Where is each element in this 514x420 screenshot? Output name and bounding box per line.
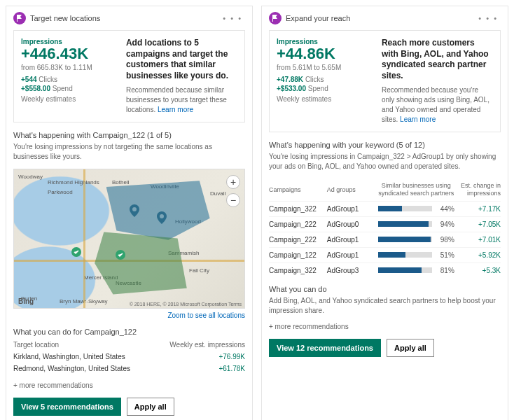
what-you-can-do-title: What you can do for Campaign_122 <box>13 328 245 336</box>
learn-more-link[interactable]: Learn more <box>400 115 436 123</box>
map-pin-icon <box>157 211 167 224</box>
spend-label: Spend <box>53 85 73 92</box>
apply-all-button[interactable]: Apply all <box>127 398 174 416</box>
keyword-row: Campaign_322AdGroup381%+5.3K <box>269 262 501 278</box>
flag-icon <box>269 12 282 24</box>
col-similar: Similar businesses using syndicated sear… <box>378 182 454 197</box>
more-recommendations[interactable]: + more recommendations <box>13 382 245 389</box>
estimates-label: Weekly estimates <box>277 95 372 103</box>
keyword-row: Campaign_122AdGroup151%+5.92K <box>269 247 501 262</box>
col-change: Est. change in impressions <box>454 182 501 197</box>
adgroup-name: AdGroup3 <box>327 267 378 274</box>
happening-title: What's happening with Campaign_122 (1 of… <box>13 131 245 139</box>
clicks-delta: +47.88K <box>277 76 303 83</box>
impr-change: +5.3K <box>454 267 501 274</box>
location-impr: +61.78K <box>218 365 245 372</box>
campaign-name: Campaign_322 <box>269 267 327 274</box>
spend-delta: +$558.00 <box>21 85 50 92</box>
map-place: Parkwood <box>48 189 73 195</box>
card-expand-reach: Expand your reach • • • Impressions +44.… <box>261 6 508 420</box>
col-adgroups: Ad groups <box>327 186 378 194</box>
col-target-location: Target location <box>13 341 59 349</box>
map-pin-icon <box>130 204 139 217</box>
adgroup-name: AdGroup1 <box>327 205 378 213</box>
clicks-label: Clicks <box>305 76 324 83</box>
campaign-name: Campaign_222 <box>269 220 327 228</box>
what-you-can-do-desc: Add Bing, AOL, and Yahoo syndicated sear… <box>269 296 501 316</box>
usage-pct: 51% <box>435 251 454 259</box>
adgroup-name: AdGroup0 <box>327 220 378 228</box>
what-you-can-do-title: What you can do <box>269 285 501 293</box>
keyword-row: Campaign_222AdGroup198%+7.01K <box>269 232 501 247</box>
summary-box: Impressions +446.43K from 665.83K to 1.1… <box>13 30 245 122</box>
impressions-range: from 665.83K to 1.11M <box>21 64 116 71</box>
more-menu[interactable]: • • • <box>475 13 501 24</box>
col-campaigns: Campaigns <box>269 186 327 194</box>
more-menu[interactable]: • • • <box>220 13 245 24</box>
map-brand: Bing <box>18 298 34 305</box>
adgroup-name: AdGroup1 <box>327 236 378 244</box>
summary-headline: Reach more customers with Bing, AOL, and… <box>382 38 493 81</box>
campaign-name: Campaign_122 <box>269 251 327 259</box>
spend-label: Spend <box>308 85 328 92</box>
usage-bar <box>378 237 432 242</box>
location-impr: +76.99K <box>218 353 245 360</box>
map-place: Richmond Highlands <box>48 179 99 186</box>
usage-pct: 81% <box>435 267 454 274</box>
usage-pct: 98% <box>435 236 454 244</box>
happening-desc: You're losing impressions by not targeti… <box>13 142 245 162</box>
location-row: Kirkland, Washington, United States+76.9… <box>13 351 245 363</box>
location-name: Redmond, Washington, United States <box>13 365 130 372</box>
map-place: Woodway <box>18 174 43 180</box>
col-weekly-impr: Weekly est. impressions <box>169 341 245 349</box>
more-recommendations[interactable]: + more recommendations <box>269 323 501 330</box>
estimates-label: Weekly estimates <box>21 95 116 103</box>
impr-change: +7.01K <box>454 236 501 244</box>
campaign-name: Campaign_222 <box>269 236 327 244</box>
usage-bar <box>378 206 432 211</box>
summary-headline: Add locations to 5 campaigns and target … <box>126 38 237 81</box>
spend-delta: +$533.00 <box>277 85 306 92</box>
card-title: Expand your reach <box>286 14 475 22</box>
impr-change: +7.17K <box>454 205 501 213</box>
map-place: Fall City <box>189 267 209 274</box>
map-place: Bothell <box>112 179 129 186</box>
usage-pct: 94% <box>435 220 454 228</box>
usage-bar <box>378 221 432 227</box>
location-name: Kirkland, Washington, United States <box>13 353 125 360</box>
clicks-label: Clicks <box>39 76 57 83</box>
usage-pct: 44% <box>435 205 454 213</box>
impressions-delta: +44.86K <box>277 46 372 62</box>
usage-bar <box>378 252 432 258</box>
flag-icon <box>13 12 26 24</box>
campaign-name: Campaign_322 <box>269 205 327 213</box>
adgroup-name: AdGroup1 <box>327 251 378 259</box>
card-target-locations: Target new locations • • • Impressions +… <box>6 6 253 420</box>
apply-all-button[interactable]: Apply all <box>387 339 434 357</box>
view-recommendations-button[interactable]: View 12 recommendations <box>269 339 381 357</box>
learn-more-link[interactable]: Learn more <box>158 106 193 113</box>
impr-change: +7.05K <box>454 220 501 228</box>
clicks-delta: +544 <box>21 76 37 83</box>
happening-desc: You're losing impressions in Campaign_32… <box>269 152 501 172</box>
impressions-delta: +446.43K <box>21 46 116 62</box>
summary-box: Impressions +44.86K from 5.61M to 5.65M … <box>269 30 501 132</box>
zoom-all-link[interactable]: Zoom to see all locations <box>13 312 245 319</box>
usage-bar <box>378 267 432 273</box>
map-attribution: © 2018 HERE, © 2018 Microsoft Corporatio… <box>130 302 242 307</box>
card-title: Target new locations <box>30 14 220 22</box>
map[interactable]: Woodway Richmond Highlands Parkwood Both… <box>13 169 245 309</box>
location-row: Redmond, Washington, United States+61.78… <box>13 363 245 374</box>
happening-title: What's happening with your keyword (5 of… <box>269 141 501 149</box>
impr-change: +5.92K <box>454 251 501 259</box>
impressions-range: from 5.61M to 5.65M <box>277 64 372 71</box>
map-check-pin-icon <box>116 248 125 261</box>
view-recommendations-button[interactable]: View 5 recommendations <box>13 398 121 416</box>
map-check-pin-icon <box>71 246 81 258</box>
keyword-row: Campaign_322AdGroup144%+7.17K <box>269 201 501 216</box>
keyword-row: Campaign_222AdGroup094%+7.05K <box>269 216 501 232</box>
map-place: Duvall <box>210 190 225 197</box>
